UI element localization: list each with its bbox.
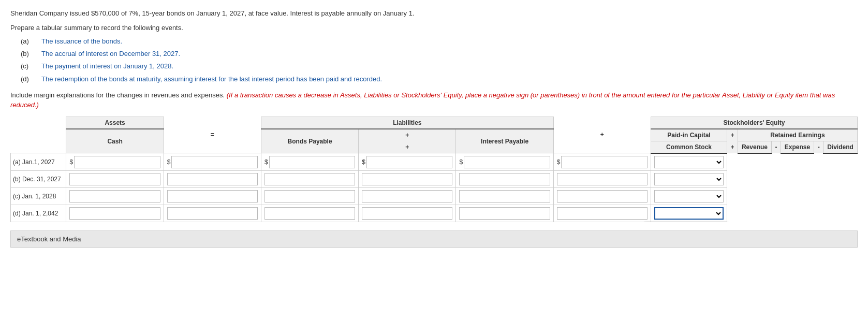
row-a-common: $ — [359, 153, 456, 171]
table-row-d: (d) Jan. 1, 2,042 Bonds payable Discount… — [11, 205, 858, 222]
plus1: + — [553, 117, 651, 153]
input-a-cash[interactable] — [74, 156, 160, 168]
row-d-cash — [66, 205, 164, 222]
row-c-cash — [66, 187, 164, 205]
row-d-interest — [261, 205, 358, 222]
select-d[interactable]: Bonds payable Discount on bonds Interest… — [654, 207, 724, 220]
se-header: Stockholders' Equity — [651, 117, 857, 129]
table-row-c: (c) Jan. 1, 2028 Bonds payable Discount … — [11, 187, 858, 205]
input-c-interest[interactable] — [264, 190, 355, 203]
row-d-label: (d) Jan. 1, 2,042 — [11, 205, 66, 222]
item-a-text: The issuance of the bonds. — [41, 37, 122, 46]
bonds-payable-header: Bonds Payable — [261, 129, 358, 153]
input-d-common[interactable] — [362, 207, 452, 220]
main-table: Assets = Liabilities + Stockholders' Equ… — [10, 117, 858, 222]
plus-revenue: + — [727, 141, 738, 153]
row-b-cash — [66, 170, 164, 187]
plus-bonds: + — [359, 141, 456, 153]
table-row-a: (a) Jan.1, 2027 $ $ $ — [11, 153, 858, 171]
intro-line2: Prepare a tabular summary to record the … — [10, 23, 858, 33]
interest-payable-header: Interest Payable — [456, 129, 553, 153]
item-c-label: (c) — [21, 62, 35, 71]
input-a-interest[interactable] — [269, 156, 356, 168]
input-d-cash[interactable] — [69, 207, 160, 220]
input-c-common[interactable] — [362, 190, 452, 203]
input-a-bonds[interactable] — [171, 156, 258, 168]
common-stock-header: Common Stock — [651, 141, 727, 153]
select-c[interactable]: Bonds payable Discount on bonds Interest… — [654, 190, 724, 203]
paid-in-header: Paid-in Capital — [651, 129, 727, 141]
input-d-interest[interactable] — [264, 207, 355, 220]
list-item-b: (b) The accrual of interest on December … — [21, 49, 858, 59]
input-d-expense[interactable] — [557, 207, 648, 220]
footer-bar: eTextbook and Media — [10, 230, 858, 248]
input-b-revenue[interactable] — [459, 173, 550, 185]
header-row-1: Assets = Liabilities + Stockholders' Equ… — [11, 117, 858, 129]
header-row-2: Cash Bonds Payable + Interest Payable Pa… — [11, 129, 858, 141]
eq1: = — [164, 117, 261, 153]
row-a-expense: $ — [553, 153, 651, 171]
select-b[interactable]: Bonds payable Discount on bonds Interest… — [654, 173, 724, 185]
dollar-a-cash: $ — [69, 158, 73, 166]
row-a-revenue: $ — [456, 153, 553, 171]
input-d-bonds[interactable] — [167, 207, 258, 220]
item-a-label: (a) — [21, 37, 35, 46]
row-b-bonds — [164, 170, 261, 187]
row-a-dropdown: Bonds payable Discount on bonds Interest… — [651, 153, 727, 171]
input-b-expense[interactable] — [557, 173, 648, 185]
row-b-interest — [261, 170, 358, 187]
input-b-bonds[interactable] — [167, 173, 258, 185]
table-section: Assets = Liabilities + Stockholders' Equ… — [10, 117, 858, 222]
row-d-bonds — [164, 205, 261, 222]
row-c-interest — [261, 187, 358, 205]
row-b-dropdown: Bonds payable Discount on bonds Interest… — [651, 170, 727, 187]
item-b-label: (b) — [21, 49, 35, 59]
input-b-interest[interactable] — [264, 173, 355, 185]
row-a-cash: $ — [66, 153, 164, 171]
revenue-header: Revenue — [738, 141, 771, 153]
row-c-revenue — [456, 187, 553, 205]
assets-header: Assets — [66, 117, 164, 129]
item-d-text: The redemption of the bonds at maturity,… — [41, 75, 382, 84]
plus3: + — [727, 129, 738, 141]
row-a-interest: $ — [261, 153, 358, 171]
input-a-revenue[interactable] — [464, 156, 550, 168]
row-d-revenue — [456, 205, 553, 222]
input-a-common[interactable] — [366, 156, 453, 168]
intro-section: Sheridan Company issued $570,000 of 7%, … — [10, 8, 858, 110]
input-c-revenue[interactable] — [459, 190, 550, 203]
minus-dividend: - — [814, 141, 823, 153]
item-c-text: The payment of interest on January 1, 20… — [41, 62, 173, 71]
expense-header: Expense — [781, 141, 814, 153]
table-row-b: (b) Dec. 31, 2027 Bonds payable Discount… — [11, 170, 858, 187]
plus2: + — [359, 129, 456, 141]
row-c-dropdown: Bonds payable Discount on bonds Interest… — [651, 187, 727, 205]
liabilities-header: Liabilities — [261, 117, 553, 129]
row-d-expense — [553, 205, 651, 222]
dividend-header: Dividend — [823, 141, 857, 153]
input-b-cash[interactable] — [69, 173, 160, 185]
input-c-bonds[interactable] — [167, 190, 258, 203]
list-item-a: (a) The issuance of the bonds. — [21, 37, 858, 46]
row-d-common — [359, 205, 456, 222]
input-d-revenue[interactable] — [459, 207, 550, 220]
footer-label: eTextbook and Media — [17, 235, 81, 243]
dollar-a-common: $ — [362, 158, 365, 166]
input-c-cash[interactable] — [69, 190, 160, 203]
event-list: (a) The issuance of the bonds. (b) The a… — [21, 37, 858, 84]
minus-expense: - — [772, 141, 781, 153]
intro-line1: Sheridan Company issued $570,000 of 7%, … — [10, 8, 858, 19]
dropdown-open-list: Bonds payable Discount on bonds Interest… — [644, 222, 727, 222]
row-c-bonds — [164, 187, 261, 205]
input-b-common[interactable] — [362, 173, 452, 185]
empty-corner — [11, 117, 66, 153]
select-a[interactable]: Bonds payable Discount on bonds Interest… — [654, 156, 724, 168]
item-d-label: (d) — [21, 75, 35, 84]
row-a-bonds: $ — [164, 153, 261, 171]
dollar-a-bonds: $ — [167, 158, 171, 166]
dollar-a-interest: $ — [264, 158, 268, 166]
cash-header: Cash — [66, 129, 164, 153]
input-c-expense[interactable] — [557, 190, 648, 203]
row-b-revenue — [456, 170, 553, 187]
input-a-expense[interactable] — [561, 156, 648, 168]
